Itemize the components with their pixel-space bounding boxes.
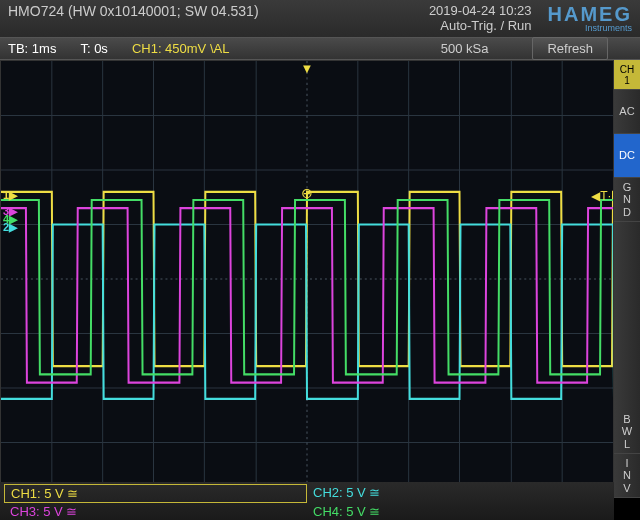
- oscilloscope-display[interactable]: ▼ ⊕ 1▶ 2▶ 3▶ 4▶ ◀T·: [0, 60, 614, 498]
- datetime: 2019-04-24 10:23: [429, 3, 532, 18]
- trigger-top-marker: ▼: [301, 61, 314, 76]
- info-bar: TB: 1ms T: 0s CH1: 450mV \AL 500 kSa Ref…: [0, 38, 640, 60]
- refresh-button[interactable]: Refresh: [532, 37, 608, 60]
- header-bar: HMO724 (HW 0x10140001; SW 04.531) 2019-0…: [0, 0, 640, 38]
- cursor-crosshair: ⊕: [301, 185, 313, 201]
- trigger-status: Auto-Trig. / Run: [429, 18, 532, 33]
- inv-button[interactable]: INV: [614, 454, 640, 498]
- timebase-label: TB: 1ms: [8, 41, 56, 56]
- sample-rate: 500 kSa: [441, 41, 489, 56]
- ch2-scale[interactable]: CH2: 5 V ≅: [307, 484, 610, 503]
- ch3-scale[interactable]: CH3: 5 V ≅: [4, 503, 307, 520]
- ch1-scale[interactable]: CH1: 5 V ≅: [4, 484, 307, 503]
- model-info: HMO724 (HW 0x10140001; SW 04.531): [8, 3, 259, 19]
- sidebar: CH1 AC DC GND BWL INV: [614, 60, 640, 498]
- footer-bar: CH1: 5 V ≅ CH2: 5 V ≅ CH3: 5 V ≅ CH4: 5 …: [0, 482, 614, 520]
- channel-select-button[interactable]: CH1: [614, 60, 640, 90]
- dc-coupling-button[interactable]: DC: [614, 134, 640, 178]
- ac-coupling-button[interactable]: AC: [614, 90, 640, 134]
- ch4-scale[interactable]: CH4: 5 V ≅: [307, 503, 610, 520]
- trigger-time: T: 0s: [80, 41, 107, 56]
- ch4-marker: 4▶: [1, 213, 19, 226]
- trigger-level-marker: ◀T·: [591, 189, 611, 203]
- bwl-button[interactable]: BWL: [614, 410, 640, 454]
- gnd-button[interactable]: GND: [614, 178, 640, 222]
- ch1-voltage: CH1: 450mV \AL: [132, 41, 230, 56]
- ch1-marker: 1▶: [1, 189, 19, 202]
- grid-lines: [1, 61, 613, 497]
